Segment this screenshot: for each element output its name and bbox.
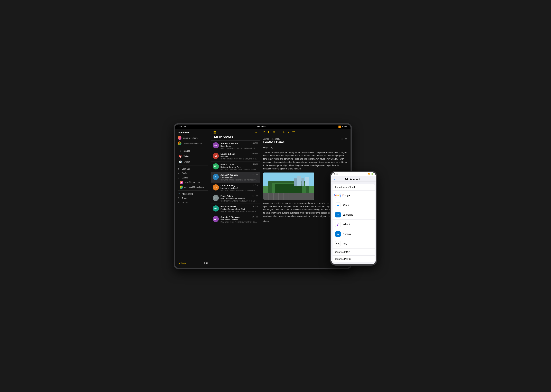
- iphone-signal-icon: •••: [365, 173, 367, 175]
- sidebar-item-trash[interactable]: 🗑 Trash: [175, 196, 211, 201]
- mail-item-8[interactable]: AR Annette F. Richards 10 Feb New Home C…: [211, 214, 260, 225]
- mail-avatar-6: FP: [213, 195, 219, 201]
- sidebar-item-snooze[interactable]: 🕐 Snooze: [176, 159, 210, 165]
- mail-item-content-2: Lauren J. Scott 7:46 AM Balloons Hi ther…: [221, 153, 258, 160]
- sidebar-gmail-folder[interactable]: › G chris.scott@gmail.com: [175, 185, 211, 189]
- mail-item-1[interactable]: AN Andrew N. Marino 1:36 PM Back Home! B…: [211, 141, 260, 151]
- sidebar-item-allmail[interactable]: ✉ All Mail: [175, 201, 211, 205]
- star-icon: ☆: [179, 149, 182, 153]
- mail-items-list: AN Andrew N. Marino 1:36 PM Back Home! B…: [211, 141, 260, 225]
- more-icon[interactable]: •••: [292, 130, 295, 133]
- ipad-time: 2:08 PM: [179, 126, 186, 128]
- mail-time-2: 7:46 AM: [251, 153, 258, 155]
- mail-sender-5: Laura E. Bailey: [221, 184, 235, 187]
- upload-icon[interactable]: ⬆: [267, 130, 270, 133]
- sidebar-divider-1: [178, 147, 208, 147]
- mail-item-content-6: Frank Peters 11 Feb New Directions for V…: [221, 195, 258, 202]
- iphone-header: ‹ Add Account: [331, 176, 376, 182]
- iphone-aol-item[interactable]: Aol. Aol.: [333, 239, 375, 249]
- sidebar-all-inboxes[interactable]: All Inboxes: [175, 131, 211, 135]
- icloud-label: iCloud: [343, 204, 350, 206]
- mail-avatar-7: BS: [213, 205, 219, 211]
- ipad-content-area: All Inboxes ☁ chris@icloud.com G chris.s…: [175, 129, 351, 268]
- settings-button[interactable]: Settings: [178, 262, 186, 264]
- mail-item-header-1: Andrew N. Marino 1:36 PM: [221, 142, 258, 145]
- mail-sender-4: James P. Kennedy: [221, 174, 238, 176]
- iphone-status-bar: 5:23 ••• 📶 🔋: [331, 172, 376, 176]
- mail-avatar-3: MC: [213, 163, 219, 169]
- aol-text: Aol.: [336, 243, 340, 245]
- yahoo-text: y!: [336, 223, 339, 226]
- sidebar-item-sent[interactable]: ✈ Sent Mail: [175, 167, 211, 171]
- mail-avatar-5: LE: [213, 184, 219, 190]
- mail-preview-7: Dear Mr. Scott: My name is Brenda Samuel…: [221, 210, 258, 212]
- iphone-import-icloud[interactable]: Import from iCloud: [333, 184, 375, 191]
- sidebar-item-drafts[interactable]: ✏ Drafts: [175, 171, 211, 175]
- reply-icon[interactable]: ↩: [263, 130, 265, 133]
- mail-item-6[interactable]: FP Frank Peters 11 Feb New Directions fo…: [211, 193, 260, 204]
- iphone-page-title: Add Account: [336, 178, 369, 181]
- iphone-icloud-item[interactable]: ☁ iCloud: [333, 200, 375, 210]
- mail-avatar-4: JP: [213, 174, 219, 180]
- sidebar-item-todo[interactable]: ⏰ To Do: [176, 154, 210, 159]
- mail-item-4[interactable]: JP James P. Kennedy 12 Feb Football Game…: [211, 172, 260, 183]
- sidebar-item-labels[interactable]: ∨ Labels: [175, 175, 211, 180]
- mail-item-header-5: Laura E. Bailey 12 Feb: [221, 184, 258, 187]
- sent-icon: ✈: [178, 168, 180, 170]
- mail-detail-toolbar: ↩ ⬆ 🗑 ⊞ ∧ ∨ •••: [260, 129, 351, 135]
- iphone-exchange-item[interactable]: Ex Exchange: [333, 210, 375, 220]
- mail-item-header-7: Brenda Samuels 10 Feb: [221, 205, 258, 208]
- mail-sender-3: Martha C. Lynn: [221, 163, 235, 166]
- sidebar-icloud-folder[interactable]: › ☁ chris@icloud.com: [175, 180, 211, 185]
- mail-time-8: 10 Feb: [252, 216, 258, 218]
- mail-item-content-8: Annette F. Richards 10 Feb New Home Choi…: [221, 216, 258, 223]
- mail-item-header-2: Lauren J. Scott 7:46 AM: [221, 153, 258, 155]
- mail-time-7: 10 Feb: [252, 205, 258, 208]
- mail-preview-5: Hey Chris! I hope you're having fun at h…: [221, 189, 258, 191]
- generic-imap-label: Generic IMAP: [335, 251, 350, 253]
- mail-subject-6: New Directions for Vacation: [221, 198, 258, 200]
- icloud-folder-icon: ☁: [179, 181, 183, 184]
- chevron-icon-gmail: ›: [178, 186, 178, 188]
- wifi-icon: 📶: [338, 126, 341, 128]
- mail-item-2[interactable]: LJ Lauren J. Scott 7:46 AM Balloons Hi t…: [211, 151, 260, 162]
- edit-button[interactable]: Edit: [204, 262, 208, 264]
- iphone-yahoo-item[interactable]: y! yahoo!: [333, 220, 375, 229]
- mail-time-5: 12 Feb: [252, 184, 258, 187]
- trash-icon: 🗑: [178, 197, 180, 199]
- chevron-icon-icloud: ›: [178, 181, 178, 183]
- mail-item-content-3: Martha C. Lynn 1:46 AM Birthday Surprise…: [221, 163, 258, 170]
- sidebar-item-starred[interactable]: ☆ Starred: [176, 148, 210, 154]
- sidebar-attachments-label: Attachments: [182, 193, 193, 195]
- mail-item-content-4: James P. Kennedy 12 Feb Football Game He…: [221, 174, 258, 181]
- mail-item-3[interactable]: MC Martha C. Lynn 1:46 AM Birthday Surpr…: [211, 162, 260, 172]
- mail-subject-2: Balloons: [221, 155, 258, 158]
- iphone-back-button[interactable]: ‹: [334, 178, 335, 180]
- iphone-generic-pop3-item[interactable]: Generic POP3: [333, 256, 375, 262]
- mail-item-5[interactable]: LE Laura E. Bailey 12 Feb London is the …: [211, 183, 260, 193]
- sidebar-trash-label: Trash: [182, 197, 187, 199]
- mail-item-7[interactable]: BS Brenda Samuels 10 Feb Product Refund …: [211, 204, 260, 214]
- iphone-outlook-item[interactable]: Out Outlook: [333, 229, 375, 239]
- down-icon[interactable]: ∨: [287, 130, 290, 133]
- delete-icon[interactable]: 🗑: [272, 130, 275, 133]
- compose-icon[interactable]: ✏: [255, 131, 257, 134]
- mail-item-header-6: Frank Peters 11 Feb: [221, 195, 258, 197]
- generic-pop3-label: Generic POP3: [335, 258, 351, 260]
- mail-preview-8: Dear Chris, I hope you and your family a…: [221, 221, 258, 223]
- outlook-label: Outlook: [343, 233, 351, 235]
- sidebar-item-attachments[interactable]: 📎 Attachments: [175, 192, 211, 196]
- sidebar-account-icloud[interactable]: ☁ chris@icloud.com: [175, 135, 211, 141]
- yahoo-icon: y!: [335, 222, 341, 227]
- hamburger-icon[interactable]: ☰: [213, 131, 216, 134]
- grid-icon[interactable]: ⊞: [278, 130, 280, 133]
- sidebar-account-gmail[interactable]: G chris.scott@gmail.com: [175, 141, 211, 146]
- sidebar-todo-label: To Do: [184, 155, 189, 158]
- iphone-generic-imap-item[interactable]: Generic IMAP: [333, 249, 375, 256]
- svg-rect-6: [301, 178, 304, 186]
- mail-item-content-5: Laura E. Bailey 12 Feb London is the bes…: [221, 184, 258, 191]
- up-icon[interactable]: ∧: [283, 130, 285, 133]
- iphone-google-item[interactable]: Google Google: [333, 191, 375, 200]
- drafts-icon: ✏: [178, 172, 180, 175]
- mail-preview-2: Hi there! I'm sure you're hard at work, …: [221, 158, 258, 160]
